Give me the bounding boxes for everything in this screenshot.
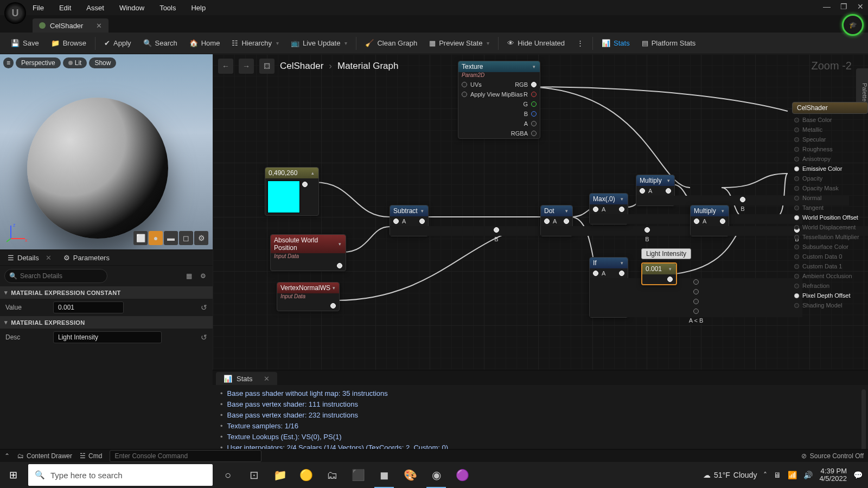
result-pin-metallic[interactable]: Metallic [792, 125, 868, 134]
console-input[interactable] [110, 450, 261, 462]
content-drawer-button[interactable]: 🗂Content Drawer [17, 452, 72, 460]
live-update-button[interactable]: 📺Live Update▾ [285, 37, 353, 49]
node-texture[interactable]: Texture▾ Param2D UVsRGB Apply View MipBi… [458, 61, 540, 139]
shape-plane-button[interactable]: ▬ [164, 231, 178, 245]
graph-type-icon[interactable]: ⚃ [259, 59, 275, 74]
pin-if-a[interactable] [593, 271, 598, 276]
pin-sub-b[interactable] [494, 227, 499, 233]
taskbar-search[interactable]: 🔍 Type here to search [28, 464, 213, 486]
node-result[interactable]: CelShader Base ColorMetallicSpecularRoug… [792, 102, 868, 310]
tab-close-icon[interactable]: ✕ [96, 22, 102, 30]
menu-edit[interactable]: Edit [59, 4, 71, 12]
result-pin-world-displacement[interactable]: World Displacement [792, 222, 868, 232]
learning-icon[interactable]: 🎓 [842, 14, 864, 36]
task-epic-icon[interactable]: ◼ [371, 462, 397, 488]
stats-button[interactable]: 📊Stats [596, 37, 635, 49]
taskbar-clock[interactable]: 4:39 PM 4/5/2022 [819, 467, 847, 483]
tray-wifi-icon[interactable]: 📶 [788, 471, 797, 479]
section-expression[interactable]: ▾MATERIAL EXPRESSION [0, 316, 213, 329]
pin-rgba[interactable] [531, 131, 537, 136]
home-button[interactable]: 🏠Home [184, 37, 226, 49]
tray-notifications-icon[interactable]: 💬 [853, 471, 863, 479]
node-dot[interactable]: Dot▾ A B [540, 205, 573, 236]
pin-mul1-out[interactable] [666, 188, 671, 194]
settings-icon[interactable]: ⚙ [197, 271, 208, 281]
pin-const-out[interactable] [302, 182, 308, 187]
tab-celshader[interactable]: CelShader ✕ [33, 18, 108, 33]
tray-volume-icon[interactable]: 🔊 [803, 471, 813, 479]
expand-icon[interactable]: ⌃ [4, 452, 10, 460]
preview-state-button[interactable]: ▦Preview State▾ [424, 37, 495, 49]
task-unreal-icon[interactable]: ◉ [423, 462, 449, 488]
pin-dot-out[interactable] [564, 219, 569, 224]
menu-asset[interactable]: Asset [86, 4, 104, 12]
node-vertexnormal[interactable]: VertexNormalWS▾ Input Data [277, 282, 340, 311]
hierarchy-button[interactable]: ☷Hierarchy▾ [226, 37, 284, 49]
task-app1-icon[interactable]: 🗂 [319, 462, 345, 488]
shape-cube-button[interactable]: ◻ [179, 231, 193, 245]
pin-mul2-a[interactable] [694, 219, 699, 224]
tray-monitor-icon[interactable]: 🖥 [774, 471, 781, 479]
details-tab[interactable]: ☰Details✕ [2, 252, 57, 264]
task-taskview-icon[interactable]: ⊡ [241, 462, 267, 488]
pin-max-out[interactable] [619, 207, 624, 212]
pin-rgb[interactable] [531, 82, 537, 87]
result-pin-emissive-color[interactable]: Emissive Color [792, 164, 868, 174]
details-close-icon[interactable]: ✕ [46, 254, 52, 262]
color-swatch[interactable] [267, 181, 300, 213]
tray-chevron-icon[interactable]: ˄ [763, 471, 767, 479]
pin-mul1-b[interactable] [740, 197, 745, 202]
node-constant[interactable]: 0,490,260▴ [265, 167, 319, 216]
preview-viewport[interactable]: ≡ Perspective Lit Show z x ⬜ ● ▬ ◻ ⚙ [0, 54, 213, 249]
pin-a[interactable] [531, 121, 537, 126]
node-comment[interactable]: Light Intensity [641, 248, 691, 259]
unreal-logo[interactable]: U [4, 2, 26, 24]
pin-sub-out[interactable] [419, 219, 425, 224]
material-graph[interactable]: ← → ⚃ CelShader › Material Graph Zoom -2… [213, 54, 868, 462]
task-paint-icon[interactable]: 🎨 [397, 462, 423, 488]
result-pin-base-color[interactable]: Base Color [792, 115, 868, 125]
viewport-lit-button[interactable]: Lit [63, 57, 87, 68]
menu-tools[interactable]: Tools [159, 4, 176, 12]
result-pin-custom-data-1[interactable]: Custom Data 1 [792, 261, 868, 271]
browse-button[interactable]: 📁Browse [46, 37, 92, 49]
pin-if-agt[interactable] [693, 289, 699, 294]
pin-mip[interactable] [462, 92, 467, 97]
section-constant[interactable]: ▾MATERIAL EXPRESSION CONSTANT [0, 286, 213, 299]
pin-b[interactable] [531, 111, 537, 117]
viewport-menu-button[interactable]: ≡ [3, 57, 14, 68]
task-chrome-icon[interactable]: 🟡 [293, 462, 319, 488]
pin-r[interactable] [531, 92, 537, 97]
cmd-button[interactable]: ☱Cmd [80, 452, 102, 460]
toolbar-more-button[interactable]: ⋮ [571, 37, 589, 49]
viewport-perspective-button[interactable]: Perspective [16, 57, 61, 68]
start-button[interactable]: ⊞ [0, 462, 26, 488]
parameters-tab[interactable]: ⚙Parameters [58, 252, 115, 264]
pin-if-out[interactable] [619, 271, 624, 276]
result-pin-ambient-occlusion[interactable]: Ambient Occlusion [792, 271, 868, 281]
grid-view-button[interactable]: ▦ [183, 271, 194, 281]
result-pin-specular[interactable]: Specular [792, 134, 868, 144]
pin-uvs[interactable] [462, 82, 467, 87]
node-subtract[interactable]: Subtract▾ A B [390, 205, 429, 236]
task-explorer-icon[interactable]: 📁 [267, 462, 293, 488]
node-multiply-1[interactable]: Multiply▾ A B [636, 175, 675, 206]
pin-if-alt[interactable] [693, 309, 699, 314]
node-max[interactable]: Max(,0)▾ A B [589, 193, 628, 224]
weather-widget[interactable]: ☁ 51°F Cloudy [703, 471, 757, 479]
platform-stats-button[interactable]: ▤Platform Stats [636, 37, 701, 49]
pin-sub-a[interactable] [393, 219, 399, 224]
result-pin-world-position-offset[interactable]: World Position Offset [792, 213, 868, 222]
node-absoluteworldposition[interactable]: Absolute World Position▾ Input Data [270, 234, 346, 271]
pin-if-b[interactable] [693, 279, 699, 285]
viewport-show-button[interactable]: Show [89, 57, 116, 68]
desc-input[interactable] [53, 331, 162, 343]
clean-graph-button[interactable]: 🧹Clean Graph [360, 37, 423, 49]
node-if[interactable]: If▾ A B A > B A == B A < B [589, 257, 628, 318]
result-pin-anisotropy[interactable]: Anisotropy [792, 154, 868, 164]
value-reset-button[interactable]: ↺ [201, 303, 207, 312]
shape-cylinder-button[interactable]: ⬜ [133, 231, 148, 245]
pin-if-aeq[interactable] [693, 299, 699, 304]
node-selected-constant[interactable]: 0.001▾ [641, 262, 677, 285]
result-pin-custom-data-0[interactable]: Custom Data 0 [792, 252, 868, 261]
